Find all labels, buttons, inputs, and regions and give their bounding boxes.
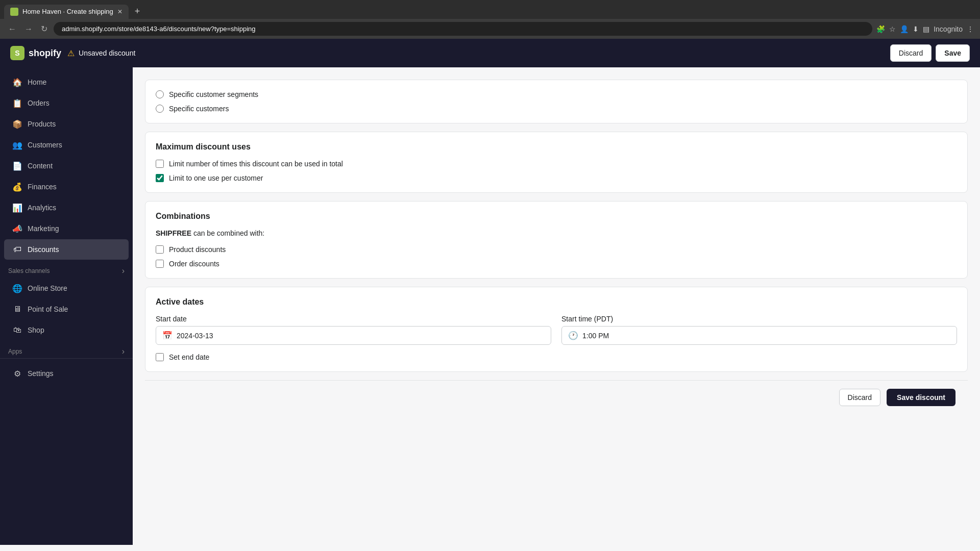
content-icon: 📄 (12, 161, 22, 171)
discounts-icon: 🏷 (12, 244, 22, 255)
combinations-desc-suffix: can be combined with: (191, 229, 264, 237)
extensions-menu-icon[interactable]: ▤ (923, 25, 929, 33)
set-end-date-checkbox[interactable] (156, 353, 164, 361)
sidebar-item-analytics[interactable]: 📊Analytics (4, 197, 129, 218)
extensions-icon[interactable]: 🧩 (876, 25, 885, 33)
discard-button-bottom[interactable]: Discard (839, 389, 880, 406)
incognito-label: Incognito (934, 25, 963, 33)
set-end-date-label: Set end date (169, 353, 209, 361)
tab-favicon (10, 8, 18, 16)
customer-eligibility-options: Specific customer segments Specific cust… (156, 90, 957, 113)
sidebar-item-products[interactable]: 📦Products (4, 114, 129, 134)
specific-customers-label: Specific customers (169, 105, 229, 113)
limit-total-option[interactable]: Limit number of times this discount can … (156, 160, 957, 168)
download-icon[interactable]: ⬇ (913, 25, 919, 33)
combinations-description: SHIPFREE can be combined with: (156, 229, 957, 237)
maximum-discount-uses-body: Maximum discount uses Limit number of ti… (145, 132, 967, 192)
sidebar-item-home[interactable]: 🏠Home (4, 72, 129, 92)
menu-icon[interactable]: ⋮ (967, 25, 974, 33)
active-dates-title: Active dates (156, 297, 957, 307)
tab-close-button[interactable]: ✕ (117, 8, 122, 15)
expand-icon[interactable]: › (122, 266, 125, 276)
specific-segments-option[interactable]: Specific customer segments (156, 90, 957, 98)
sidebar-item-online-store[interactable]: 🌐Online Store (4, 278, 129, 298)
sidebar-item-shop[interactable]: 🛍Shop (4, 320, 129, 340)
orders-icon: 📋 (12, 98, 22, 108)
sidebar-label-analytics: Analytics (28, 204, 56, 212)
start-date-text-input[interactable] (177, 332, 545, 340)
browser-tab[interactable]: Home Haven · Create shipping ✕ (4, 5, 129, 19)
sidebar-label-products: Products (28, 120, 56, 128)
specific-customers-radio[interactable] (156, 105, 164, 113)
sidebar-item-discounts[interactable]: 🏷Discounts (4, 239, 129, 260)
sidebar-label-content: Content (28, 162, 53, 170)
sidebar: 🏠Home📋Orders📦Products👥Customers📄Content💰… (0, 67, 133, 545)
sidebar-item-marketing[interactable]: 📣Marketing (4, 218, 129, 239)
bookmark-icon[interactable]: ☆ (889, 25, 896, 33)
home-icon: 🏠 (12, 77, 22, 87)
limit-one-label: Limit to one use per customer (169, 174, 263, 182)
product-discounts-option[interactable]: Product discounts (156, 245, 957, 254)
start-time-label: Start time (PDT) (561, 315, 957, 323)
apps-label: Apps › (0, 341, 133, 358)
new-tab-button[interactable]: + (131, 4, 144, 19)
product-discounts-label: Product discounts (169, 245, 226, 254)
sidebar-label-shop: Shop (28, 326, 44, 334)
top-bar-title: ⚠ Unsaved discount (67, 48, 135, 58)
set-end-date-option[interactable]: Set end date (156, 353, 957, 361)
sidebar-item-content[interactable]: 📄Content (4, 156, 129, 176)
sidebar-item-orders[interactable]: 📋Orders (4, 93, 129, 113)
maximum-discount-uses-card: Maximum discount uses Limit number of ti… (145, 132, 968, 193)
sidebar-label-orders: Orders (28, 99, 50, 107)
point-of-sale-icon: 🖥 (12, 304, 22, 314)
shopify-logo-icon: S (10, 46, 24, 60)
date-row: Start date 📅 Start time (PDT) 🕐 (156, 315, 957, 345)
address-bar[interactable] (54, 22, 872, 36)
analytics-icon: 📊 (12, 203, 22, 213)
page-title: Unsaved discount (79, 49, 135, 57)
finances-icon: 💰 (12, 182, 22, 192)
maximum-discount-uses-title: Maximum discount uses (156, 142, 957, 152)
bottom-bar: Discard Save discount (145, 380, 968, 414)
order-discounts-option[interactable]: Order discounts (156, 260, 957, 268)
sidebar-item-settings[interactable]: ⚙ Settings (4, 363, 129, 384)
clock-icon: 🕐 (568, 331, 578, 340)
product-discounts-checkbox[interactable] (156, 245, 164, 254)
online-store-icon: 🌐 (12, 283, 22, 293)
sidebar-label-marketing: Marketing (28, 224, 59, 233)
apps-expand-icon[interactable]: › (122, 347, 125, 356)
reload-button[interactable]: ↻ (39, 22, 50, 36)
specific-segments-radio[interactable] (156, 90, 164, 98)
forward-button[interactable]: → (22, 22, 35, 36)
sidebar-item-customers[interactable]: 👥Customers (4, 135, 129, 155)
limit-one-option[interactable]: Limit to one use per customer (156, 174, 957, 182)
top-bar: S shopify ⚠ Unsaved discount Discard Sav… (0, 39, 980, 67)
settings-label: Settings (28, 369, 54, 378)
sidebar-label-home: Home (28, 78, 46, 86)
customer-eligibility-body: Specific customer segments Specific cust… (145, 80, 967, 123)
top-bar-left: S shopify ⚠ Unsaved discount (10, 46, 135, 60)
discard-button-top[interactable]: Discard (890, 44, 932, 62)
sidebar-item-finances[interactable]: 💰Finances (4, 177, 129, 197)
start-time-text-input[interactable] (582, 332, 950, 340)
order-discounts-checkbox[interactable] (156, 260, 164, 268)
limit-one-checkbox[interactable] (156, 174, 164, 182)
shopify-logo: S shopify (10, 46, 61, 60)
save-discount-button[interactable]: Save discount (887, 389, 955, 406)
start-date-input[interactable]: 📅 (156, 326, 551, 345)
specific-customers-option[interactable]: Specific customers (156, 105, 957, 113)
marketing-icon: 📣 (12, 223, 22, 234)
start-date-field: Start date 📅 (156, 315, 551, 345)
shop-icon: 🛍 (12, 325, 22, 335)
specific-segments-label: Specific customer segments (169, 90, 258, 98)
start-time-input[interactable]: 🕐 (561, 326, 957, 345)
limit-total-checkbox[interactable] (156, 160, 164, 168)
sidebar-label-online-store: Online Store (28, 284, 67, 292)
save-button-top[interactable]: Save (936, 44, 970, 62)
back-button[interactable]: ← (6, 22, 18, 36)
profile-icon[interactable]: 👤 (900, 25, 909, 33)
browser-nav-actions: 🧩 ☆ 👤 ⬇ ▤ Incognito ⋮ (876, 25, 974, 33)
sidebar-label-customers: Customers (28, 141, 62, 149)
active-dates-card: Active dates Start date 📅 Start time ( (145, 287, 968, 372)
sidebar-item-point-of-sale[interactable]: 🖥Point of Sale (4, 299, 129, 319)
